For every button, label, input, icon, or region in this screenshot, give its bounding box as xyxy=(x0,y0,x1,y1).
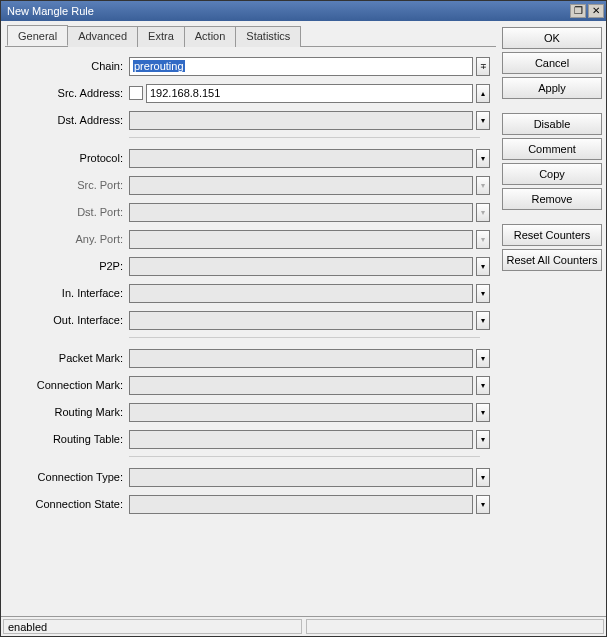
chain-value: prerouting xyxy=(133,60,185,72)
tab-statistics[interactable]: Statistics xyxy=(235,26,301,47)
chain-input[interactable]: prerouting xyxy=(129,57,473,76)
out-interface-expand-icon[interactable]: ▾ xyxy=(476,311,490,330)
tab-action[interactable]: Action xyxy=(184,26,237,47)
packet-mark-expand-icon[interactable]: ▾ xyxy=(476,349,490,368)
connection-state-input[interactable] xyxy=(129,495,473,514)
dst-port-input xyxy=(129,203,473,222)
tab-extra[interactable]: Extra xyxy=(137,26,185,47)
routing-mark-expand-icon[interactable]: ▾ xyxy=(476,403,490,422)
divider xyxy=(129,337,480,338)
src-port-label: Src. Port: xyxy=(9,179,129,191)
cancel-button[interactable]: Cancel xyxy=(502,52,602,74)
p2p-label: P2P: xyxy=(9,260,129,272)
protocol-label: Protocol: xyxy=(9,152,129,164)
protocol-input[interactable] xyxy=(129,149,473,168)
dst-address-expand-icon[interactable]: ▾ xyxy=(476,111,490,130)
connection-type-expand-icon[interactable]: ▾ xyxy=(476,468,490,487)
src-port-input xyxy=(129,176,473,195)
dst-port-label: Dst. Port: xyxy=(9,206,129,218)
out-interface-label: Out. Interface: xyxy=(9,314,129,326)
routing-mark-input[interactable] xyxy=(129,403,473,422)
tab-general[interactable]: General xyxy=(7,25,68,46)
status-bar: enabled xyxy=(1,616,606,636)
left-panel: General Advanced Extra Action Statistics… xyxy=(5,25,496,612)
p2p-input[interactable] xyxy=(129,257,473,276)
packet-mark-input[interactable] xyxy=(129,349,473,368)
reset-all-counters-button[interactable]: Reset All Counters xyxy=(502,249,602,271)
apply-button[interactable]: Apply xyxy=(502,77,602,99)
src-address-negate-checkbox[interactable] xyxy=(129,86,143,100)
protocol-expand-icon[interactable]: ▾ xyxy=(476,149,490,168)
chain-dropdown-icon[interactable]: ∓ xyxy=(476,57,490,76)
dialog-window: New Mangle Rule ❐ ✕ General Advanced Ext… xyxy=(0,0,607,637)
out-interface-input[interactable] xyxy=(129,311,473,330)
connection-type-input[interactable] xyxy=(129,468,473,487)
titlebar[interactable]: New Mangle Rule ❐ ✕ xyxy=(1,1,606,21)
src-port-expand-icon: ▾ xyxy=(476,176,490,195)
in-interface-expand-icon[interactable]: ▾ xyxy=(476,284,490,303)
tab-advanced[interactable]: Advanced xyxy=(67,26,138,47)
main-area: General Advanced Extra Action Statistics… xyxy=(1,21,606,616)
connection-type-label: Connection Type: xyxy=(9,471,129,483)
in-interface-label: In. Interface: xyxy=(9,287,129,299)
button-column: OK Cancel Apply Disable Comment Copy Rem… xyxy=(502,25,602,612)
status-left: enabled xyxy=(3,619,302,634)
connection-mark-input[interactable] xyxy=(129,376,473,395)
reset-counters-button[interactable]: Reset Counters xyxy=(502,224,602,246)
comment-button[interactable]: Comment xyxy=(502,138,602,160)
close-icon[interactable]: ✕ xyxy=(588,4,604,18)
connection-state-label: Connection State: xyxy=(9,498,129,510)
any-port-expand-icon: ▾ xyxy=(476,230,490,249)
tab-strip: General Advanced Extra Action Statistics xyxy=(5,25,496,47)
routing-mark-label: Routing Mark: xyxy=(9,406,129,418)
ok-button[interactable]: OK xyxy=(502,27,602,49)
packet-mark-label: Packet Mark: xyxy=(9,352,129,364)
status-right xyxy=(306,619,605,634)
in-interface-input[interactable] xyxy=(129,284,473,303)
routing-table-label: Routing Table: xyxy=(9,433,129,445)
restore-icon[interactable]: ❐ xyxy=(570,4,586,18)
remove-button[interactable]: Remove xyxy=(502,188,602,210)
connection-mark-expand-icon[interactable]: ▾ xyxy=(476,376,490,395)
routing-table-input[interactable] xyxy=(129,430,473,449)
window-title: New Mangle Rule xyxy=(7,5,568,17)
any-port-input xyxy=(129,230,473,249)
p2p-expand-icon[interactable]: ▾ xyxy=(476,257,490,276)
connection-state-expand-icon[interactable]: ▾ xyxy=(476,495,490,514)
any-port-label: Any. Port: xyxy=(9,233,129,245)
src-address-input[interactable]: 192.168.8.151 xyxy=(146,84,473,103)
chain-label: Chain: xyxy=(9,60,129,72)
src-address-label: Src. Address: xyxy=(9,87,129,99)
dst-address-label: Dst. Address: xyxy=(9,114,129,126)
copy-button[interactable]: Copy xyxy=(502,163,602,185)
divider xyxy=(129,456,480,457)
dst-address-input[interactable] xyxy=(129,111,473,130)
connection-mark-label: Connection Mark: xyxy=(9,379,129,391)
window-body: General Advanced Extra Action Statistics… xyxy=(1,21,606,636)
divider xyxy=(129,137,480,138)
tab-body: Chain: prerouting ∓ Src. Address: 192.16… xyxy=(5,47,496,612)
disable-button[interactable]: Disable xyxy=(502,113,602,135)
src-address-collapse-icon[interactable]: ▴ xyxy=(476,84,490,103)
dst-port-expand-icon: ▾ xyxy=(476,203,490,222)
routing-table-expand-icon[interactable]: ▾ xyxy=(476,430,490,449)
